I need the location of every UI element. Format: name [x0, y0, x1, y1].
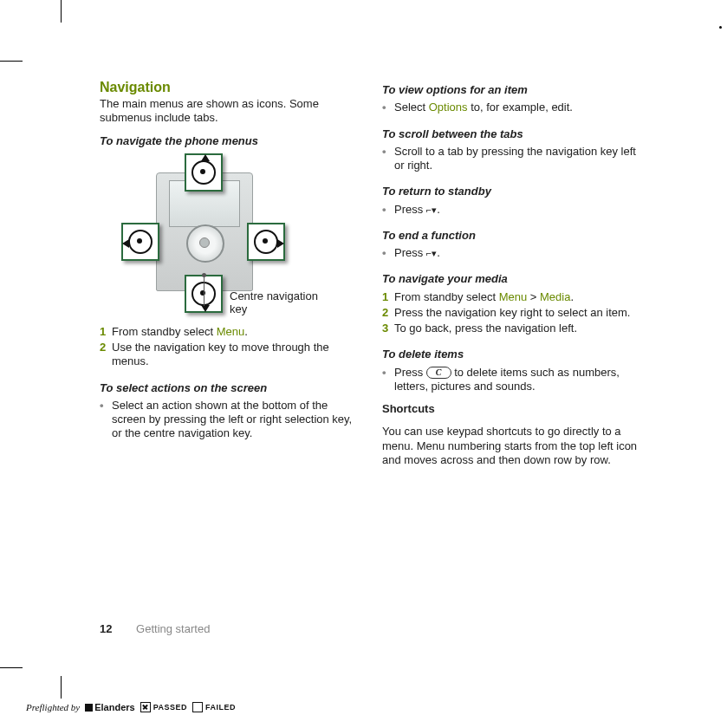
subhead-end-function: To end a function — [382, 229, 640, 243]
bullet-marker: • — [382, 145, 394, 173]
bullet-return-standby: • Press ⌐▾. — [382, 203, 640, 217]
subhead-delete-items: To delete items — [382, 348, 640, 361]
shortcuts-text: You can use keypad shortcuts to go direc… — [382, 425, 640, 467]
navigation-diagram: Centre navigation key — [108, 153, 308, 318]
c-key-icon: C — [426, 367, 451, 379]
step-number: 2 — [382, 306, 394, 320]
intro-text: The main menus are shown as icons. Some … — [100, 97, 358, 126]
step-text: From standby select Menu > Media. — [394, 290, 574, 304]
subhead-navigate-media: To navigate your media — [382, 272, 640, 286]
heading-navigation: Navigation — [100, 80, 358, 95]
step-number: 1 — [100, 325, 112, 339]
bullet-view-options: • Select Options to, for example, edit. — [382, 101, 640, 114]
checkbox-empty-icon — [192, 702, 203, 712]
bullet-text: Press ⌐▾. — [394, 246, 440, 260]
media-step-3: 3 To go back, press the navigation left. — [382, 322, 640, 335]
preflight-label: Preflighted by — [26, 702, 80, 712]
bullet-text: Press C to delete items such as numbers,… — [394, 366, 640, 394]
step-number: 1 — [382, 290, 394, 304]
subhead-scroll-tabs: To scroll between the tabs — [382, 127, 640, 141]
elanders-logo-icon: Elanders — [85, 702, 134, 712]
menu-link: Menu — [499, 290, 528, 303]
media-step-1: 1 From standby select Menu > Media. — [382, 290, 640, 304]
bullet-marker: • — [100, 399, 112, 441]
nav-left-icon — [121, 223, 159, 261]
page-body: Navigation The main menus are shown as i… — [0, 0, 727, 476]
step-2: 2 Use the navigation key to move through… — [100, 341, 358, 369]
subhead-return-standby: To return to standby — [382, 185, 640, 198]
step-text: Use the navigation key to move through t… — [112, 341, 358, 369]
media-step-2: 2 Press the navigation key right to sele… — [382, 306, 640, 320]
step-text: From standby select Menu. — [112, 325, 248, 339]
end-call-icon: ⌐▾ — [426, 248, 437, 258]
bullet-marker: • — [382, 366, 394, 394]
bullet-text: Scroll to a tab by pressing the navigati… — [394, 145, 640, 173]
page-number: 12 — [100, 622, 112, 635]
subhead-shortcuts: Shortcuts — [382, 402, 640, 416]
preflight-stamp: Preflighted by Elanders PASSED FAILED — [26, 702, 236, 712]
nav-right-icon — [247, 223, 285, 261]
step-text: To go back, press the navigation left. — [394, 322, 577, 335]
bullet-text: Press ⌐▾. — [394, 203, 440, 217]
bullet-end-function: • Press ⌐▾. — [382, 246, 640, 260]
diagram-label: Centre navigation key — [230, 290, 334, 316]
subhead-select-actions: To select actions on the screen — [100, 381, 358, 395]
page-footer: 12 Getting started — [100, 622, 210, 635]
bullet-marker: • — [382, 101, 394, 114]
checkbox-checked-icon — [140, 702, 151, 712]
right-column: To view options for an item • Select Opt… — [382, 80, 640, 476]
media-link: Media — [540, 290, 570, 303]
nav-up-icon — [185, 153, 223, 192]
step-number: 3 — [382, 322, 394, 335]
menu-link: Menu — [217, 325, 245, 338]
step-text: Press the navigation key right to select… — [394, 306, 630, 320]
bullet-delete-items: • Press C to delete items such as number… — [382, 366, 640, 394]
subhead-navigate-menus: To navigate the phone menus — [100, 134, 358, 148]
step-1: 1 From standby select Menu. — [100, 325, 358, 339]
bullet-marker: • — [382, 203, 394, 217]
passed-checkbox: PASSED — [140, 702, 187, 712]
step-number: 2 — [100, 341, 112, 369]
bullet-select-action: • Select an action shown at the bottom o… — [100, 399, 358, 441]
bullet-marker: • — [382, 246, 394, 260]
bullet-text: Select an action shown at the bottom of … — [112, 399, 358, 441]
diagram-leader-line — [204, 275, 204, 306]
bullet-text: Select Options to, for example, edit. — [394, 101, 573, 114]
bullet-scroll-tabs: • Scroll to a tab by pressing the naviga… — [382, 145, 640, 173]
failed-checkbox: FAILED — [192, 702, 236, 712]
dpad-illustration — [186, 224, 224, 263]
section-name: Getting started — [136, 622, 210, 635]
subhead-view-options: To view options for an item — [382, 83, 640, 97]
end-call-icon: ⌐▾ — [426, 205, 437, 215]
options-link: Options — [429, 101, 468, 114]
left-column: Navigation The main menus are shown as i… — [100, 80, 358, 476]
